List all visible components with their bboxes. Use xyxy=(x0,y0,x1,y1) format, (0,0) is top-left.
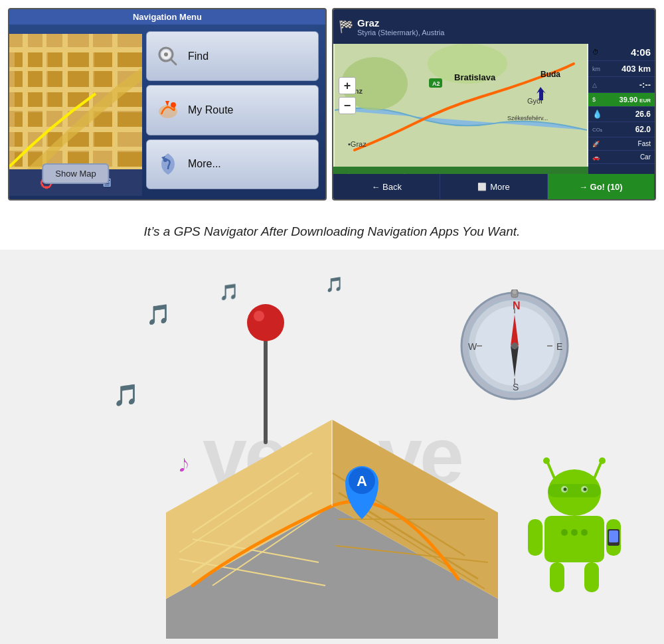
gps-main-area: Linz Bratislava Győr Buda Székesfehérv..… xyxy=(333,44,655,167)
svg-point-98 xyxy=(543,457,550,464)
svg-rect-32 xyxy=(118,112,142,127)
svg-rect-18 xyxy=(118,52,142,67)
svg-rect-20 xyxy=(28,71,42,87)
svg-text:Buda: Buda xyxy=(540,70,560,79)
svg-rect-13 xyxy=(15,52,23,67)
svg-text:A: A xyxy=(357,473,367,489)
svg-text:E: E xyxy=(556,341,562,352)
svg-point-76 xyxy=(512,289,517,295)
gps-flag-icon: 🏁 xyxy=(339,19,353,34)
svg-rect-110 xyxy=(584,562,599,592)
music-note-1: 🎵 xyxy=(146,303,171,326)
gps-distance-row: km 403 km xyxy=(588,61,655,77)
svg-point-74 xyxy=(511,343,518,349)
gps-top-bar: 🏁 Graz Styria (Steiermark), Austria xyxy=(333,9,655,44)
show-map-button[interactable]: Show Map xyxy=(42,163,109,184)
svg-rect-24 xyxy=(15,92,23,107)
nav-menu-my-route[interactable]: My Route xyxy=(146,85,319,135)
gps-vehicle-row: 🚗 Car xyxy=(588,151,655,164)
svg-point-44 xyxy=(164,52,168,56)
svg-rect-36 xyxy=(94,132,112,147)
svg-text:Székesfehérv...: Székesfehérv... xyxy=(507,115,548,121)
svg-text:A2: A2 xyxy=(432,80,440,87)
svg-point-47 xyxy=(171,102,176,108)
svg-rect-17 xyxy=(94,52,112,67)
svg-rect-12 xyxy=(112,34,118,187)
gps-go-button[interactable]: → Go! (10) xyxy=(548,174,655,199)
svg-rect-107 xyxy=(528,519,542,556)
svg-text:N: N xyxy=(513,300,521,311)
svg-rect-106 xyxy=(544,516,604,562)
nav-menu-more[interactable]: More... xyxy=(146,139,319,189)
svg-rect-8 xyxy=(23,34,28,187)
svg-rect-29 xyxy=(15,112,23,127)
gps-bottom-nav: ← Back ⬜ More → Go! (10) xyxy=(333,174,655,199)
find-icon xyxy=(156,44,180,68)
music-note-2: 🎵 xyxy=(219,283,239,301)
gps-route-screenshot: 🏁 Graz Styria (Steiermark), Austria xyxy=(332,8,656,201)
nav-title: Navigation Menu xyxy=(9,9,325,25)
svg-rect-14 xyxy=(28,52,42,67)
svg-rect-30 xyxy=(28,112,42,127)
nav-menu-screenshot: Navigation Menu xyxy=(8,8,327,201)
svg-rect-16 xyxy=(68,52,89,67)
gps-cost-row: $ 39.90 EUR xyxy=(588,93,655,107)
gps-zoom-controls: + − xyxy=(339,77,356,114)
illustration-section: venove 🎵 🎵 🎵 🎵 𝅘𝅥𝅮 🎵 N S E W xyxy=(0,250,664,644)
tagline-section: It’s a GPS Navigator After Downloading N… xyxy=(0,206,664,250)
zoom-in-button[interactable]: + xyxy=(339,77,356,94)
nav-map-area: ⏻ 🖥 Show Map xyxy=(9,25,142,196)
my-route-icon xyxy=(156,98,180,122)
tagline-text: It’s a GPS Navigator After Downloading N… xyxy=(27,224,637,239)
zoom-out-button[interactable]: − xyxy=(339,97,356,114)
gps-time-row: ⏱ 4:06 xyxy=(588,44,655,61)
svg-rect-15 xyxy=(48,52,62,67)
android-mascot xyxy=(525,449,624,608)
gps-info-panel: ⏱ 4:06 km 403 km △ -:-- $ 39.90 EUR 💧 xyxy=(588,44,655,177)
gps-location-info: Graz Styria (Steiermark), Austria xyxy=(357,17,649,37)
nav-menu-items: Find My Route xyxy=(142,25,325,196)
svg-rect-116 xyxy=(609,530,618,542)
svg-rect-1 xyxy=(9,47,142,52)
gps-map-svg: Linz Bratislava Győr Buda Székesfehérv..… xyxy=(333,44,588,167)
svg-line-43 xyxy=(171,59,176,64)
svg-rect-19 xyxy=(15,71,23,87)
svg-rect-22 xyxy=(68,71,89,87)
gps-mode-row: 🚀 Fast xyxy=(588,137,655,151)
svg-text:W: W xyxy=(468,341,477,352)
svg-text:•Graz: •Graz xyxy=(348,140,367,148)
nav-menu-find[interactable]: Find xyxy=(146,31,319,81)
svg-rect-40 xyxy=(118,152,142,167)
compass-figure: N S E W xyxy=(458,289,564,396)
svg-point-79 xyxy=(254,311,264,321)
svg-point-100 xyxy=(599,457,606,464)
top-screenshots-section: Navigation Menu xyxy=(0,0,664,206)
svg-rect-25 xyxy=(28,92,42,107)
svg-rect-26 xyxy=(48,92,62,107)
svg-rect-21 xyxy=(48,71,62,87)
location-a-marker: A xyxy=(332,453,392,528)
music-note-3: 🎵 xyxy=(325,276,343,293)
gps-back-button[interactable]: ← Back xyxy=(333,174,440,199)
gps-more-button[interactable]: ⬜ More xyxy=(440,174,547,199)
svg-point-78 xyxy=(247,304,284,341)
svg-rect-109 xyxy=(550,562,564,592)
gps-co2-row: CO₂ 62.0 xyxy=(588,122,655,137)
svg-rect-23 xyxy=(94,71,112,87)
svg-point-111 xyxy=(561,529,568,536)
gps-eta-row: △ -:-- xyxy=(588,77,655,93)
svg-point-112 xyxy=(571,529,578,536)
svg-rect-33 xyxy=(15,132,23,147)
svg-rect-2 xyxy=(9,67,142,71)
svg-rect-114 xyxy=(548,484,601,497)
nav-content: ⏻ 🖥 Show Map xyxy=(9,25,325,196)
gps-map-display: Linz Bratislava Győr Buda Székesfehérv..… xyxy=(333,44,588,167)
gps-fuel-row: 💧 26.6 xyxy=(588,107,655,122)
more-icon xyxy=(156,152,180,176)
svg-text:Bratislava: Bratislava xyxy=(454,72,496,82)
svg-point-113 xyxy=(581,529,588,536)
